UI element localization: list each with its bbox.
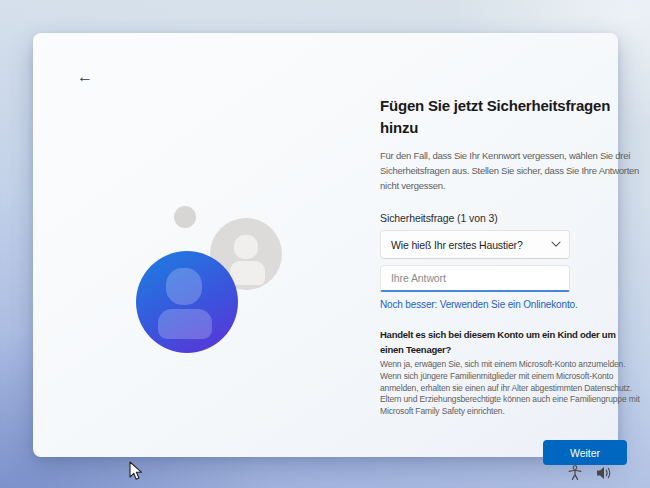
avatar-gray-torso bbox=[230, 261, 265, 285]
security-question-select[interactable]: Wie hieß Ihr erstes Haustier? bbox=[380, 230, 570, 259]
volume-icon[interactable] bbox=[596, 466, 613, 480]
avatar-gray-head bbox=[234, 235, 258, 259]
child-question-heading: Handelt es sich bei diesem Konto um ein … bbox=[380, 328, 636, 357]
page-title: Fügen Sie jetzt Sicherheitsfragen hinzu bbox=[380, 95, 650, 139]
accessibility-icon[interactable] bbox=[567, 465, 583, 481]
chevron-down-icon bbox=[551, 241, 561, 248]
answer-input[interactable] bbox=[380, 265, 570, 292]
avatar-blue-head bbox=[166, 268, 202, 305]
selected-question: Wie hieß Ihr erstes Haustier? bbox=[391, 239, 523, 251]
arrow-left-icon: ← bbox=[77, 68, 93, 85]
child-question-body: Wenn ja, erwägen Sie, sich mit einem Mic… bbox=[380, 359, 643, 418]
avatar-small-circle bbox=[174, 206, 196, 228]
avatar-blue bbox=[136, 251, 238, 353]
online-account-link[interactable]: Noch besser: Verwenden Sie ein Onlinekon… bbox=[380, 299, 578, 310]
oobe-background: ← Fügen Sie jetzt Sicherheitsfragen hinz… bbox=[0, 0, 650, 488]
setup-card: ← Fügen Sie jetzt Sicherheitsfragen hinz… bbox=[33, 33, 618, 457]
avatar-blue-torso bbox=[158, 309, 212, 339]
page-subtitle: Für den Fall, dass Sie Ihr Kennwort verg… bbox=[380, 148, 644, 193]
back-button[interactable]: ← bbox=[73, 67, 97, 87]
next-button[interactable]: Weiter bbox=[543, 440, 627, 465]
mouse-cursor bbox=[128, 461, 144, 483]
security-question-label: Sicherheitsfrage (1 von 3) bbox=[380, 212, 498, 224]
